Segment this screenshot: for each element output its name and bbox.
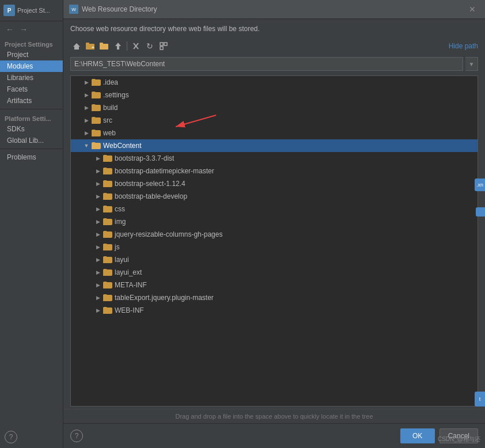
sidebar-item-problems[interactable]: Problems [0, 151, 63, 163]
tree-item-css[interactable]: ▶ css [71, 203, 478, 215]
nav-back-arrow[interactable]: ← [3, 24, 16, 35]
dialog-description: Choose web resource directory where web … [63, 19, 485, 37]
sidebar-item-libraries[interactable]: Libraries [0, 72, 63, 83]
folder-icon-bootstrap-select [103, 180, 112, 187]
tree-item-webcontent[interactable]: ▼ WebContent [71, 139, 478, 152]
tree-item-layui-ext[interactable]: ▶ layui_ext [71, 266, 478, 279]
folder-icon-bootstrap-datetime [103, 168, 112, 174]
folder-icon-web-inf [103, 307, 112, 314]
tree-toggle-settings: ▶ [82, 91, 90, 99]
tree-toggle-layui-ext: ▶ [94, 268, 102, 276]
path-dropdown-button[interactable]: ▼ [465, 57, 478, 71]
folder-icon-meta-inf [103, 282, 112, 288]
tree-item-jquery-resizable[interactable]: ▶ jquery-resizable-columns-gh-pages [71, 228, 478, 241]
tree-toggle-meta-inf: ▶ [94, 281, 102, 289]
sidebar-bottom: ? [0, 426, 63, 448]
tree-toggle-build: ▶ [82, 104, 90, 112]
toolbar-separator [127, 41, 127, 51]
tree-toggle-js: ▶ [94, 243, 102, 251]
tree-item-bootstrap-select[interactable]: ▶ bootstrap-select-1.12.4 [71, 177, 478, 190]
folder-icon-webcontent [92, 142, 101, 149]
svg-marker-0 [73, 43, 80, 50]
file-tree[interactable]: ▶ .idea ▶ .settings ▶ build ▶ src ▶ web … [70, 75, 478, 407]
toolbar-new-folder-btn[interactable]: + [84, 40, 97, 52]
folder-icon-build [92, 104, 101, 111]
tree-toggle-webcontent: ▼ [82, 142, 90, 150]
sidebar-divider-2 [0, 149, 63, 149]
dialog-title-left: W Web Resource Directory [69, 5, 157, 14]
right-edge-hint-1: .xn [475, 179, 485, 191]
toolbar-delete-btn[interactable] [130, 40, 142, 52]
sidebar-item-artifacts[interactable]: Artifacts [0, 95, 63, 107]
tree-toggle-jquery-resizable: ▶ [94, 230, 102, 238]
tree-item-meta-inf[interactable]: ▶ META-INF [71, 279, 478, 291]
bottom-hint: Drag and drop a file into the space abov… [63, 409, 485, 423]
toolbar-collapse-btn[interactable] [157, 40, 170, 52]
svg-rect-5 [100, 43, 103, 45]
dialog-toolbar: + ↻ [63, 37, 485, 55]
tree-item-settings[interactable]: ▶ .settings [71, 89, 478, 101]
footer-left: ? [70, 430, 83, 442]
sidebar-header: P Project St... [0, 0, 63, 21]
folder-icon-layui-ext [103, 269, 112, 276]
dialog-title-text: Web Resource Directory [82, 5, 157, 13]
path-row: ▼ [63, 55, 485, 73]
section-project-settings-label: Project Settings [0, 37, 63, 49]
folder-icon-idea [92, 79, 101, 86]
cancel-button[interactable]: Cancel [439, 428, 478, 443]
tree-item-img[interactable]: ▶ img [71, 215, 478, 228]
sidebar-item-modules[interactable]: Modules [0, 60, 63, 72]
sidebar-app-icon: P [3, 5, 15, 16]
right-edge-hint-3: t [475, 392, 485, 407]
path-input[interactable] [70, 57, 463, 71]
footer-help-button[interactable]: ? [70, 430, 83, 442]
toolbar-home-btn[interactable] [70, 40, 83, 52]
folder-icon-bootstrap337 [103, 155, 112, 162]
hide-path-link[interactable]: Hide path [449, 42, 478, 50]
sidebar-item-sdks[interactable]: SDKs [0, 123, 63, 135]
nav-forward-arrow[interactable]: → [17, 24, 30, 35]
sidebar-help-button[interactable]: ? [5, 431, 17, 443]
dialog-footer: ? OK Cancel [63, 423, 485, 448]
ok-button[interactable]: OK [400, 428, 435, 443]
folder-icon-img [103, 218, 112, 225]
tree-item-layui[interactable]: ▶ layui [71, 253, 478, 266]
tree-item-bootstrap-table[interactable]: ▶ bootstrap-table-develop [71, 190, 478, 203]
folder-icon-src [92, 117, 101, 124]
sidebar-divider [0, 109, 63, 109]
folder-icon-layui [103, 256, 112, 263]
tree-toggle-src: ▶ [82, 116, 90, 124]
tree-toggle-web: ▶ [82, 129, 90, 137]
tree-toggle-idea: ▶ [82, 78, 90, 86]
dialog-close-button[interactable]: ✕ [465, 3, 479, 15]
tree-item-js[interactable]: ▶ js [71, 241, 478, 253]
tree-toggle-bootstrap337: ▶ [94, 154, 102, 162]
svg-rect-9 [160, 43, 163, 45]
sidebar-item-project[interactable]: Project [0, 49, 63, 60]
sidebar-nav: ← → [0, 21, 63, 37]
folder-icon-tableexport [103, 294, 112, 301]
tree-toggle-bootstrap-table: ▶ [94, 192, 102, 200]
tree-item-src[interactable]: ▶ src [71, 114, 478, 127]
svg-text:+: + [92, 45, 94, 50]
right-edge-hint-2 [476, 207, 485, 217]
toolbar-refresh-btn[interactable]: ↻ [143, 40, 156, 52]
tree-toggle-bootstrap-datetime: ▶ [94, 167, 102, 175]
sidebar-title: Project St... [17, 7, 50, 14]
svg-rect-2 [86, 43, 89, 45]
tree-item-bootstrap-337[interactable]: ▶ bootstrap-3.3.7-dist [71, 152, 478, 165]
tree-toggle-img: ▶ [94, 218, 102, 226]
tree-toggle-css: ▶ [94, 205, 102, 213]
tree-toggle-tableexport: ▶ [94, 294, 102, 302]
tree-item-tableexport[interactable]: ▶ tableExport.jquery.plugin-master [71, 291, 478, 304]
tree-item-bootstrap-datetimepicker[interactable]: ▶ bootstrap-datetimepicker-master [71, 165, 478, 177]
tree-item-web-inf[interactable]: ▶ WEB-INF [71, 304, 478, 317]
sidebar-item-facets[interactable]: Facets [0, 83, 63, 95]
tree-item-idea[interactable]: ▶ .idea [71, 76, 478, 89]
tree-item-web[interactable]: ▶ web [71, 127, 478, 139]
toolbar-open-folder-btn[interactable] [98, 40, 111, 52]
toolbar-up-btn[interactable] [112, 40, 124, 52]
folder-icon-web [92, 130, 101, 136]
tree-item-build[interactable]: ▶ build [71, 101, 478, 114]
sidebar-item-global-lib[interactable]: Global Lib... [0, 135, 63, 146]
